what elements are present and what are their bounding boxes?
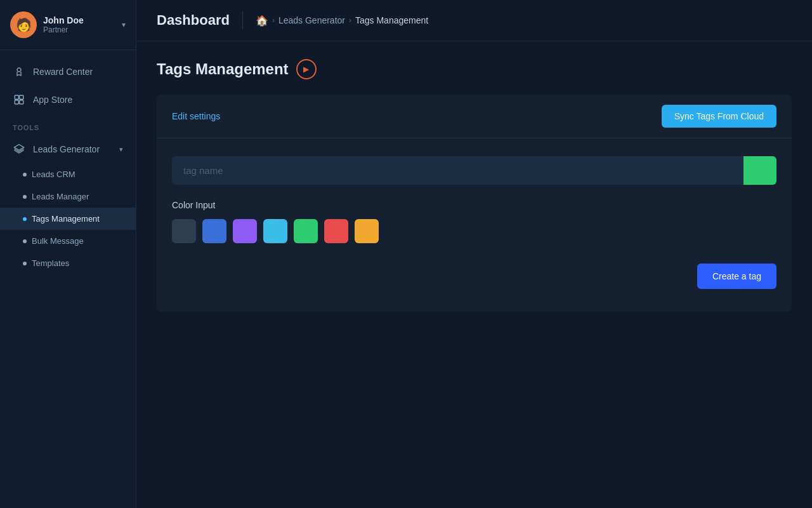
templates-label: Templates <box>32 258 69 268</box>
content-area: Tags Management ▶ Edit settings Sync Tag… <box>136 41 812 330</box>
sidebar-item-bulk-message[interactable]: Bulk Message <box>0 230 136 252</box>
create-tag-button[interactable]: Create a tag <box>697 264 776 289</box>
dot-icon <box>23 173 27 177</box>
sync-tags-button[interactable]: Sync Tags From Cloud <box>662 105 776 128</box>
user-profile[interactable]: 🧑 John Doe Partner ▾ <box>0 0 136 50</box>
leads-crm-label: Leads CRM <box>32 170 75 179</box>
chevron-down-icon: ▾ <box>122 20 126 29</box>
sidebar-item-tags-management[interactable]: Tags Management <box>0 208 136 230</box>
dot-icon <box>23 217 27 221</box>
card-body: Color Input Create a tag <box>157 138 792 312</box>
topbar: Dashboard 🏠 › Leads Generator › Tags Man… <box>136 0 812 41</box>
sidebar-nav: Reward Center App Store TOOLS Leads Gene… <box>0 50 136 508</box>
svg-rect-4 <box>20 100 23 104</box>
sidebar-item-leads-manager[interactable]: Leads Manager <box>0 185 136 208</box>
breadcrumb-leads-generator[interactable]: Leads Generator <box>278 15 345 25</box>
color-swatch-purple[interactable] <box>233 219 257 243</box>
tags-management-card: Edit settings Sync Tags From Cloud Color… <box>157 95 792 312</box>
dot-icon <box>23 262 27 265</box>
layers-icon <box>13 143 25 156</box>
svg-rect-1 <box>15 95 18 99</box>
avatar: 🧑 <box>10 11 37 38</box>
card-header: Edit settings Sync Tags From Cloud <box>157 95 792 138</box>
sidebar-item-reward-label: Reward Center <box>33 67 93 77</box>
sidebar-item-leads-crm[interactable]: Leads CRM <box>0 163 136 185</box>
sidebar-section-tools: TOOLS <box>0 114 136 135</box>
color-swatch-red[interactable] <box>324 219 348 243</box>
sidebar-item-leads-generator[interactable]: Leads Generator ▾ <box>0 135 136 163</box>
main-content: Dashboard 🏠 › Leads Generator › Tags Man… <box>136 0 812 508</box>
svg-point-0 <box>17 68 21 72</box>
breadcrumb-sep-1: › <box>272 16 275 25</box>
color-swatch-blue[interactable] <box>202 219 226 243</box>
bulk-message-label: Bulk Message <box>32 236 84 246</box>
color-swatch-orange[interactable] <box>355 219 379 243</box>
color-swatch-cyan[interactable] <box>263 219 287 243</box>
leads-generator-subitems: Leads CRM Leads Manager Tags Management … <box>0 163 136 274</box>
color-swatch-dark[interactable] <box>172 219 196 243</box>
breadcrumb-current: Tags Management <box>355 15 428 25</box>
color-section-label: Color Input <box>172 200 776 210</box>
color-section: Color Input <box>172 200 776 243</box>
tag-input-row <box>172 156 776 185</box>
play-button[interactable]: ▶ <box>296 59 317 79</box>
breadcrumb-sep-2: › <box>349 16 351 25</box>
tags-management-label: Tags Management <box>32 214 100 224</box>
play-icon: ▶ <box>303 65 309 74</box>
sidebar-item-app-store[interactable]: App Store <box>0 86 136 114</box>
user-name: John Doe <box>43 15 115 25</box>
tag-color-preview <box>743 156 776 185</box>
page-title: Tags Management <box>157 60 289 78</box>
edit-settings-link[interactable]: Edit settings <box>172 111 220 121</box>
page-header: Tags Management ▶ <box>157 59 792 79</box>
user-info: John Doe Partner <box>43 15 115 34</box>
store-icon <box>13 93 25 106</box>
sidebar-item-templates[interactable]: Templates <box>0 252 136 274</box>
tag-name-input[interactable] <box>172 156 743 185</box>
dot-icon <box>23 239 27 243</box>
topbar-title: Dashboard <box>157 12 230 29</box>
sidebar: 🧑 John Doe Partner ▾ Reward Center <box>0 0 136 508</box>
chevron-right-icon: ▾ <box>119 145 123 154</box>
leads-manager-label: Leads Manager <box>32 192 89 201</box>
svg-rect-3 <box>15 100 18 104</box>
topbar-divider <box>242 11 243 29</box>
home-icon[interactable]: 🏠 <box>256 15 268 27</box>
color-swatch-green[interactable] <box>294 219 318 243</box>
sidebar-item-reward-center[interactable]: Reward Center <box>0 58 136 86</box>
card-footer: Create a tag <box>172 264 776 294</box>
breadcrumb: 🏠 › Leads Generator › Tags Management <box>256 15 428 27</box>
sidebar-item-app-store-label: App Store <box>33 95 72 105</box>
color-swatches <box>172 219 776 243</box>
svg-rect-2 <box>20 95 23 99</box>
reward-icon <box>13 65 25 78</box>
user-role: Partner <box>43 25 115 34</box>
leads-generator-label: Leads Generator <box>33 144 100 154</box>
dot-icon <box>23 195 27 199</box>
